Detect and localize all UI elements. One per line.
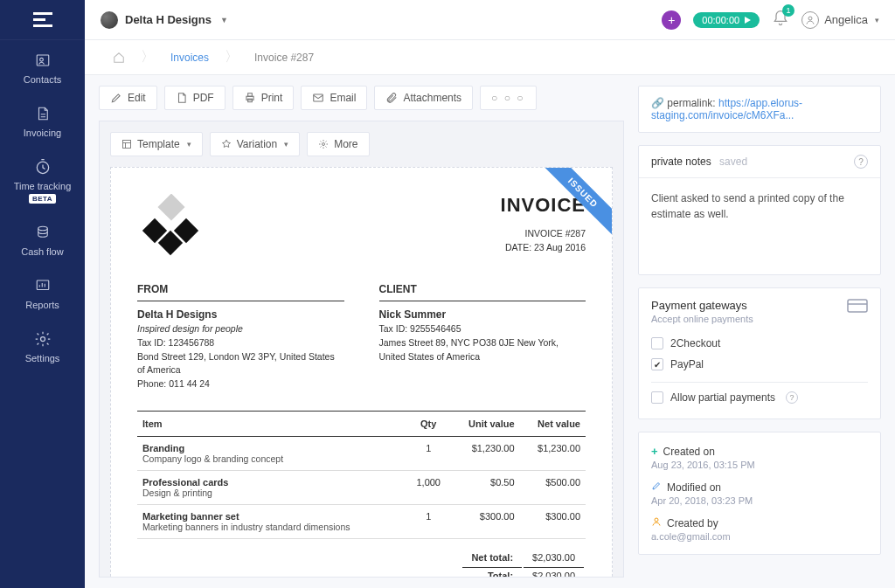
action-toolbar: Edit PDF Print Email Attachments ○ ○ ○ <box>99 86 624 110</box>
app-logo[interactable] <box>0 0 85 40</box>
help-icon[interactable]: ? <box>854 155 868 169</box>
col-qty: Qty <box>407 411 450 436</box>
timer-button[interactable]: 00:00:00 <box>693 12 760 28</box>
col-unit: Unit value <box>450 411 520 436</box>
variation-dropdown[interactable]: Variation▾ <box>210 132 300 156</box>
client-heading: CLIENT <box>379 281 586 301</box>
attachments-button[interactable]: Attachments <box>374 86 473 110</box>
play-icon <box>745 17 751 24</box>
pencil-icon <box>651 481 662 494</box>
sub-action-toolbar: Template▾ Variation▾ More <box>110 132 613 156</box>
item-sub: Design & printing <box>142 488 402 498</box>
meta-value: a.cole@gmail.com <box>651 531 868 542</box>
item-unit: $1,230.00 <box>450 436 520 470</box>
notes-heading: private notes <box>651 156 711 168</box>
col-net: Net value <box>520 411 586 436</box>
reports-icon <box>34 276 52 295</box>
sidebar-item-invoicing[interactable]: Invoicing <box>0 93 85 147</box>
client-block: CLIENT Nick Summer Tax ID: 9255546465 Ja… <box>379 281 586 391</box>
item-qty: 1 <box>407 436 450 470</box>
company-logo <box>137 194 204 260</box>
user-menu[interactable]: Angelica ▾ <box>801 11 879 29</box>
client-tax: Tax ID: 9255546465 <box>379 322 586 336</box>
client-address: James Street 89, NYC PO38 0JE New York, … <box>379 336 586 364</box>
sidebar-item-time-tracking[interactable]: Time tracking BETA <box>0 147 85 212</box>
sidebar-item-reports[interactable]: Reports <box>0 266 85 319</box>
breadcrumb-separator: 〉 <box>221 48 242 66</box>
table-row: Professional cardsDesign & printing 1,00… <box>137 470 586 504</box>
total-value: $2,030.00 <box>524 567 584 578</box>
item-sub: Marketing banners in industry standard d… <box>142 522 402 532</box>
dots-icon: ○ ○ ○ <box>491 92 524 104</box>
edit-button[interactable]: Edit <box>99 86 157 110</box>
sidebar-item-settings[interactable]: Settings <box>0 319 85 372</box>
gateway-option-2checkout[interactable]: 2Checkout <box>651 333 868 354</box>
template-dropdown[interactable]: Template▾ <box>110 132 203 156</box>
svg-rect-18 <box>157 194 184 221</box>
item-net: $500.00 <box>520 470 586 504</box>
breadcrumb-section[interactable]: Invoices <box>158 40 221 74</box>
table-row: Marketing banner setMarketing banners in… <box>137 504 586 538</box>
from-tax: Tax ID: 123456788 <box>137 336 344 350</box>
timer-value: 00:00:00 <box>702 15 739 25</box>
gateways-subtitle: Accept online payments <box>651 314 753 324</box>
option-label: 2Checkout <box>670 337 720 349</box>
svg-rect-2 <box>33 24 52 27</box>
button-label: Print <box>261 92 283 104</box>
org-switcher[interactable]: Delta H Designs ▼ <box>101 11 228 29</box>
chevron-down-icon: ▾ <box>284 140 288 149</box>
contacts-icon <box>34 51 52 70</box>
sidebar-item-label: Invoicing <box>24 128 61 138</box>
invoicing-icon <box>35 104 51 123</box>
print-button[interactable]: Print <box>232 86 295 110</box>
svg-rect-14 <box>123 141 131 149</box>
notes-status: saved <box>719 156 747 168</box>
net-total-value: $2,030.00 <box>524 550 584 565</box>
client-name: Nick Summer <box>379 307 586 322</box>
status-ribbon: ISSUED <box>533 168 612 246</box>
payment-gateways-panel: Payment gateways Accept online payments … <box>638 287 881 419</box>
email-button[interactable]: Email <box>301 86 367 110</box>
more-dropdown[interactable]: More <box>307 132 369 156</box>
svg-rect-1 <box>33 18 45 21</box>
sidebar-item-cash-flow[interactable]: Cash flow <box>0 212 85 266</box>
more-actions-button[interactable]: ○ ○ ○ <box>480 86 536 110</box>
svg-rect-12 <box>247 99 252 102</box>
chevron-down-icon: ▾ <box>187 140 191 149</box>
svg-point-24 <box>655 518 658 522</box>
svg-point-4 <box>39 58 43 61</box>
sidebar: Contacts Invoicing Time tracking BETA Ca… <box>0 0 85 588</box>
chevron-down-icon: ▼ <box>220 16 228 24</box>
total-label: Total: <box>462 567 522 578</box>
item-net: $1,230.00 <box>520 436 586 470</box>
org-name: Delta H Designs <box>125 13 212 26</box>
item-net: $300.00 <box>520 504 586 538</box>
breadcrumb-home[interactable] <box>101 40 137 74</box>
allow-partial-option[interactable]: Allow partial payments ? <box>651 382 868 408</box>
metadata-panel: +Created on Aug 23, 2016, 03:15 PM Modif… <box>638 432 881 555</box>
sidebar-item-label: Reports <box>25 300 59 310</box>
help-icon[interactable]: ? <box>786 391 798 404</box>
notifications-button[interactable]: 1 <box>772 10 789 30</box>
meta-modified: Modified on Apr 20, 2018, 03:23 PM <box>651 475 868 511</box>
checkbox-icon <box>651 391 663 404</box>
notes-textarea[interactable]: Client asked to send a printed copy of t… <box>639 178 880 274</box>
item-title: Professional cards <box>142 477 402 488</box>
svg-point-17 <box>323 143 325 146</box>
add-button[interactable]: + <box>662 10 681 30</box>
sidebar-item-contacts[interactable]: Contacts <box>0 40 85 93</box>
item-qty: 1 <box>407 504 450 538</box>
svg-point-9 <box>808 17 812 20</box>
svg-rect-0 <box>33 12 52 15</box>
from-address: Bond Street 129, London W2 3PY, United S… <box>137 350 344 378</box>
from-block: FROM Delta H Designs Inspired design for… <box>137 281 344 391</box>
svg-rect-11 <box>247 93 252 97</box>
coins-icon <box>34 223 52 242</box>
meta-label: Created on <box>663 446 715 458</box>
gateway-option-paypal[interactable]: PayPal <box>651 354 868 375</box>
pdf-button[interactable]: PDF <box>164 86 225 110</box>
svg-rect-22 <box>848 300 867 312</box>
sidebar-item-label: Cash flow <box>21 246 63 257</box>
item-title: Marketing banner set <box>142 511 402 522</box>
items-table: Item Qty Unit value Net value BrandingCo… <box>137 411 586 539</box>
